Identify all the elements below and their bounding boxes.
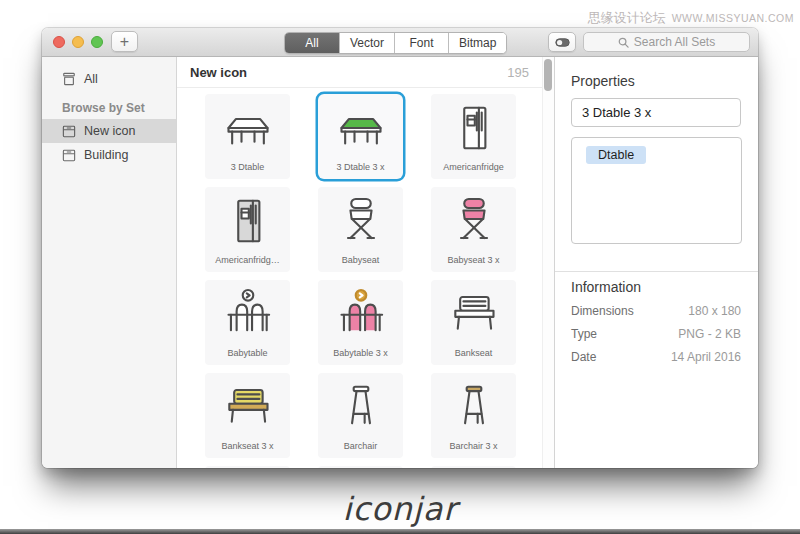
- icon-card-partial[interactable]: [205, 466, 290, 468]
- information-section: Information Dimensions 180 x 180 Type PN…: [571, 279, 741, 364]
- icon-card[interactable]: Babyseat 3 x: [431, 187, 516, 272]
- traffic-lights: [53, 36, 103, 48]
- segment-font[interactable]: Font: [394, 33, 448, 53]
- icon-card-label: 3 Dtable 3 x: [320, 162, 401, 172]
- sidebar-item-label: New icon: [84, 124, 135, 138]
- grid-scrollbar[interactable]: [542, 57, 554, 468]
- table-color-icon: [335, 102, 387, 154]
- info-row-date: Date 14 April 2016: [571, 350, 741, 364]
- fridge-icon: [448, 102, 500, 154]
- icon-grid: 3 Dtable 3 Dtable 3 x: [177, 88, 542, 468]
- icon-card[interactable]: Americanfridge: [431, 94, 516, 179]
- icon-card[interactable]: Barchair 3 x: [431, 373, 516, 458]
- sidebar-item-label: All: [84, 72, 98, 86]
- search-input[interactable]: Search All Sets: [583, 32, 750, 52]
- table-icon: [222, 102, 274, 154]
- info-label: Dimensions: [571, 304, 634, 318]
- info-value: PNG - 2 KB: [678, 327, 741, 341]
- icon-name-input[interactable]: [571, 98, 741, 127]
- app-window: + All Vector Font Bitmap Search All Sets: [42, 28, 758, 468]
- icon-set-icon: [62, 149, 76, 162]
- icon-card[interactable]: Barchair: [318, 373, 403, 458]
- icon-card-label: Americanfridg…: [207, 255, 288, 265]
- panel-divider: [555, 271, 758, 272]
- page-bottom-strip: [0, 529, 800, 534]
- icon-card-selected[interactable]: 3 Dtable 3 x: [318, 94, 403, 179]
- plus-icon: +: [120, 34, 129, 50]
- iconjar-brand-text: iconjar: [0, 490, 800, 528]
- stool-icon: [335, 381, 387, 433]
- sidebar-section-header: Browse by Set: [42, 99, 176, 117]
- segment-bitmap[interactable]: Bitmap: [448, 33, 506, 53]
- toolbar: + All Vector Font Bitmap Search All Sets: [42, 28, 758, 57]
- scrollbar-thumb[interactable]: [544, 59, 552, 91]
- filter-segmented-control: All Vector Font Bitmap: [284, 32, 507, 54]
- grid-header: New icon 195: [177, 57, 542, 88]
- icon-card-partial[interactable]: [431, 466, 516, 468]
- stool-color-icon: [448, 381, 500, 433]
- icon-card[interactable]: Bankseat 3 x: [205, 373, 290, 458]
- info-row-type: Type PNG - 2 KB: [571, 327, 741, 341]
- icon-grid-panel: New icon 195 3 Dtable: [177, 57, 542, 468]
- search-placeholder: Search All Sets: [634, 35, 715, 49]
- icon-card-label: Babytable 3 x: [320, 348, 401, 358]
- bench-color-icon: [222, 381, 274, 433]
- sidebar-item-building[interactable]: Building: [42, 143, 176, 167]
- search-icon: [618, 37, 629, 48]
- info-label: Type: [571, 327, 597, 341]
- icon-card-label: Babyseat: [320, 255, 401, 265]
- watermark-cn: 思缘设计论坛: [588, 9, 666, 27]
- icon-card-label: Babytable: [207, 348, 288, 358]
- segment-all[interactable]: All: [285, 33, 339, 53]
- inspector-panel: Properties Dtable Information Dimensions…: [554, 57, 758, 468]
- sidebar: All Browse by Set New icon Building: [42, 57, 177, 468]
- bench-icon: [448, 288, 500, 340]
- sidebar-item-label: Building: [84, 148, 128, 162]
- add-set-button[interactable]: +: [111, 31, 138, 52]
- sidebar-toggle-button[interactable]: [548, 32, 576, 52]
- toggle-switch-icon: [555, 38, 570, 47]
- icon-card-label: Americanfridge: [433, 162, 514, 172]
- watermark: 思缘设计论坛 WWW.MISSYUAN.COM: [588, 9, 794, 27]
- properties-title: Properties: [571, 73, 742, 89]
- window-content: All Browse by Set New icon Building: [42, 57, 758, 468]
- icon-card[interactable]: 3 Dtable: [205, 94, 290, 179]
- icon-card[interactable]: Americanfridg…: [205, 187, 290, 272]
- icon-card-label: 3 Dtable: [207, 162, 288, 172]
- babytable-color-icon: [335, 288, 387, 340]
- segment-vector[interactable]: Vector: [339, 33, 394, 53]
- zoom-window-button[interactable]: [91, 36, 103, 48]
- icon-card-label: Babyseat 3 x: [433, 255, 514, 265]
- fridge-color-icon: [222, 195, 274, 247]
- babyseat-icon: [335, 195, 387, 247]
- babyseat-color-icon: [448, 195, 500, 247]
- icon-card-label: Barchair: [320, 441, 401, 451]
- info-value: 180 x 180: [688, 304, 741, 318]
- icon-set-icon: [62, 125, 76, 138]
- information-title: Information: [571, 279, 741, 295]
- sidebar-item-new-icon[interactable]: New icon: [42, 119, 176, 143]
- watermark-en: WWW.MISSYUAN.COM: [672, 12, 794, 24]
- set-title: New icon: [190, 65, 247, 80]
- sidebar-item-all[interactable]: All: [42, 67, 176, 91]
- icon-card[interactable]: Babytable 3 x: [318, 280, 403, 365]
- icon-card[interactable]: Bankseat: [431, 280, 516, 365]
- tags-box[interactable]: Dtable: [571, 137, 742, 244]
- icon-card[interactable]: Babyseat: [318, 187, 403, 272]
- icon-card-label: Barchair 3 x: [433, 441, 514, 451]
- info-row-dimensions: Dimensions 180 x 180: [571, 304, 741, 318]
- icon-count: 195: [507, 65, 529, 80]
- babytable-icon: [222, 288, 274, 340]
- icon-card-label: Bankseat: [433, 348, 514, 358]
- icon-card-partial[interactable]: [318, 466, 403, 468]
- info-label: Date: [571, 350, 596, 364]
- icon-card[interactable]: Babytable: [205, 280, 290, 365]
- close-window-button[interactable]: [53, 36, 65, 48]
- tag-chip[interactable]: Dtable: [586, 146, 646, 164]
- minimize-window-button[interactable]: [72, 36, 84, 48]
- info-value: 14 April 2016: [671, 350, 741, 364]
- archive-box-icon: [62, 72, 76, 86]
- icon-card-label: Bankseat 3 x: [207, 441, 288, 451]
